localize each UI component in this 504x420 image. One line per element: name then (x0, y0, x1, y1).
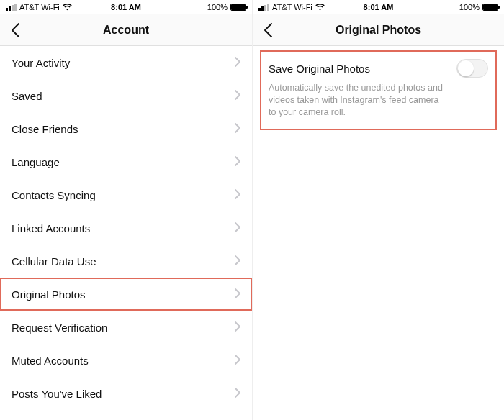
row-label: Saved (12, 90, 42, 102)
row-label: Original Photos (12, 288, 86, 301)
chevron-right-icon (235, 156, 240, 168)
row-label: Muted Accounts (12, 355, 89, 367)
nav-header: Account (0, 14, 252, 46)
chevron-right-icon (235, 189, 240, 201)
settings-row-contacts-syncing[interactable]: Contacts Syncing (0, 178, 252, 211)
chevron-right-icon (235, 222, 240, 234)
settings-row-muted-accounts[interactable]: Muted Accounts (0, 344, 252, 377)
status-bar: AT&T Wi-Fi 8:01 AM 100% (253, 0, 504, 14)
chevron-right-icon (235, 255, 240, 268)
page-title: Account (103, 24, 149, 37)
setting-title: Save Original Photos (269, 63, 370, 75)
page-title: Original Photos (336, 24, 421, 37)
row-label: Contacts Syncing (12, 189, 96, 201)
row-label: Close Friends (12, 123, 78, 135)
settings-row-cellular-data-use[interactable]: Cellular Data Use (0, 245, 252, 278)
chevron-left-icon (10, 22, 20, 38)
phone-left: AT&T Wi-Fi 8:01 AM 100% Account Your Act… (0, 0, 252, 420)
row-label: Request Verification (12, 321, 107, 334)
settings-row-original-photos[interactable]: Original Photos (0, 278, 252, 311)
settings-row-request-verification[interactable]: Request Verification (0, 311, 252, 344)
settings-row-linked-accounts[interactable]: Linked Accounts (0, 211, 252, 245)
chevron-right-icon (235, 90, 240, 102)
row-label: Posts You've Liked (12, 388, 102, 400)
save-original-photos-toggle[interactable] (456, 59, 488, 78)
row-label: Cellular Data Use (12, 255, 96, 268)
row-label: Your Activity (12, 57, 70, 69)
row-label: Language (12, 156, 60, 168)
chevron-right-icon (235, 288, 240, 301)
back-button[interactable] (6, 14, 24, 45)
settings-row-your-activity[interactable]: Your Activity (0, 46, 252, 79)
chevron-right-icon (235, 57, 240, 69)
nav-header: Original Photos (253, 14, 504, 46)
settings-row-close-friends[interactable]: Close Friends (0, 112, 252, 145)
status-bar: AT&T Wi-Fi 8:01 AM 100% (0, 0, 252, 14)
setting-description: Automatically save the unedited photos a… (269, 82, 449, 119)
clock: 8:01 AM (0, 3, 252, 12)
back-button[interactable] (258, 14, 277, 45)
save-original-photos-setting: Save Original Photos Automatically save … (260, 50, 497, 130)
phone-right: AT&T Wi-Fi 8:01 AM 100% Original Photos … (252, 0, 504, 420)
battery-icon (230, 4, 246, 11)
battery-icon (482, 4, 498, 11)
switch-business-link[interactable]: Switch to Business Account (0, 410, 252, 420)
chevron-right-icon (235, 355, 240, 367)
chevron-right-icon (235, 123, 240, 135)
chevron-left-icon (263, 22, 273, 38)
clock: 8:01 AM (253, 3, 504, 12)
row-label: Linked Accounts (12, 222, 90, 234)
chevron-right-icon (235, 321, 240, 334)
settings-row-saved[interactable]: Saved (0, 79, 252, 112)
chevron-right-icon (235, 388, 240, 400)
settings-row-language[interactable]: Language (0, 145, 252, 178)
settings-row-posts-you-ve-liked[interactable]: Posts You've Liked (0, 377, 252, 410)
settings-list: Your ActivitySavedClose FriendsLanguageC… (0, 46, 252, 410)
